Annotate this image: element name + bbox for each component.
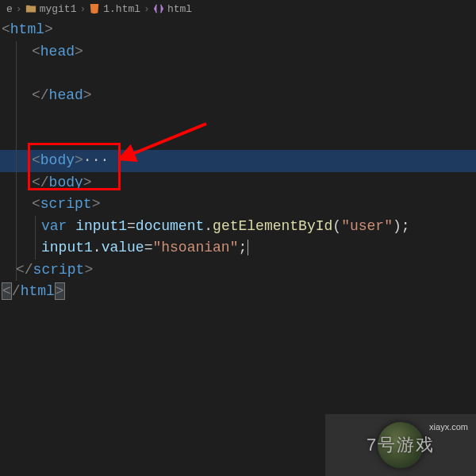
watermark-text: 7号游戏: [367, 433, 435, 457]
code-line[interactable]: <html>: [0, 19, 476, 41]
code-line[interactable]: [0, 63, 476, 85]
symbol-icon: [153, 3, 164, 14]
code-line-highlighted[interactable]: <body>···: [0, 150, 476, 172]
code-line[interactable]: var input1=document.getElementById("user…: [0, 216, 476, 238]
code-line[interactable]: </head>: [0, 85, 476, 107]
code-line[interactable]: </script>: [0, 259, 476, 282]
code-line[interactable]: </body>: [0, 172, 476, 194]
code-line[interactable]: [0, 129, 476, 151]
chevron-right-icon: ›: [79, 3, 86, 15]
text-cursor: [248, 240, 248, 255]
breadcrumb[interactable]: e › mygit1 › 1.html › html: [0, 0, 476, 17]
watermark-url: xiayx.com: [429, 422, 468, 432]
breadcrumb-partial: e: [6, 3, 13, 15]
code-line[interactable]: </html>: [0, 281, 476, 303]
code-line[interactable]: <script>: [0, 194, 476, 216]
chevron-right-icon: ›: [144, 3, 150, 15]
breadcrumb-file[interactable]: 1.html: [89, 3, 140, 15]
html-file-icon: [89, 3, 100, 14]
folder-icon: [25, 3, 36, 14]
breadcrumb-symbol[interactable]: html: [153, 3, 192, 15]
breadcrumb-file-label: 1.html: [103, 3, 140, 15]
code-editor[interactable]: <html> <head> </head> <body>··· </body> …: [0, 17, 476, 303]
watermark: xiayx.com 7号游戏: [325, 414, 476, 476]
code-line[interactable]: <head>: [0, 41, 476, 63]
breadcrumb-symbol-label: html: [167, 3, 192, 15]
chevron-right-icon: ›: [16, 3, 22, 15]
breadcrumb-folder[interactable]: mygit1: [25, 3, 77, 15]
breadcrumb-folder-label: mygit1: [40, 3, 77, 15]
code-line[interactable]: [0, 106, 476, 129]
code-line[interactable]: input1.value="hsoanian";: [0, 237, 476, 259]
